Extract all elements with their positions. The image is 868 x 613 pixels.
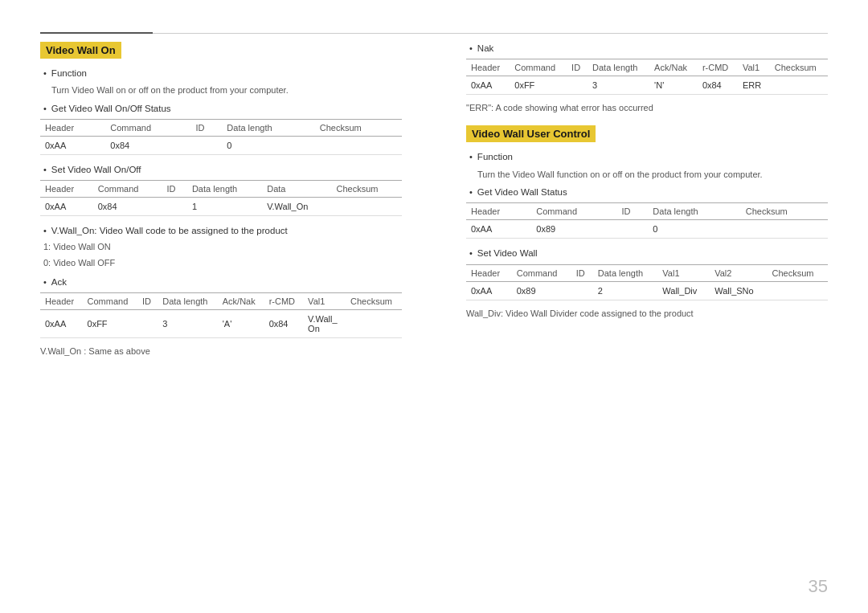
set-bullet: • Set Video Wall On/Off <box>43 163 402 177</box>
th-checksum2: Checksum <box>332 181 402 198</box>
th-command2: Command <box>93 181 162 198</box>
bullet-dot-r2: • <box>469 152 473 161</box>
table-get-header-row: Header Command ID Data length Checksum <box>40 120 402 137</box>
two-column-layout: Video Wall On • Function Turn Video Wall… <box>40 42 828 581</box>
th-ack-nak-r1: Ack/Nak <box>649 59 698 76</box>
function-bullet: • Function <box>43 67 402 80</box>
th-command-r2: Command <box>531 203 616 220</box>
table-set-header-row: Header Command ID Data length Data Check… <box>40 181 402 198</box>
bullet-dot-r4: • <box>469 248 473 258</box>
td-header-r1: 0xAA <box>466 76 510 95</box>
vwall-note: V.Wall_On: Video Wall code to be assigne… <box>51 224 288 238</box>
left-section-title: Video Wall On <box>40 42 121 59</box>
function-label: Function <box>51 67 87 80</box>
td-checksum3 <box>346 309 402 337</box>
th-header3: Header <box>40 292 83 309</box>
ack-bullet: • Ack <box>43 276 402 289</box>
table-nak-header-row: Header Command ID Data length Ack/Nak r-… <box>466 59 828 76</box>
table-get-r: Header Command ID Data length Checksum 0… <box>466 202 828 239</box>
th-r-cmd: r-CMD <box>264 292 303 309</box>
th-id2: ID <box>162 181 186 198</box>
table-ack: Header Command ID Data length Ack/Nak r-… <box>40 292 402 338</box>
td-r-cmd: 0x84 <box>264 309 303 337</box>
th-header: Header <box>40 120 105 137</box>
th-command-r1: Command <box>510 59 567 76</box>
table-get-header-row-r: Header Command ID Data length Checksum <box>466 203 828 220</box>
td-val1-r2: Wall_Div <box>657 281 710 300</box>
video-wall-on-note: 1: Video Wall ON <box>43 242 402 251</box>
th-val1: Val1 <box>303 292 346 309</box>
table-get: Header Command ID Data length Checksum 0… <box>40 119 402 155</box>
table-row: 0xAA 0x84 0 <box>40 137 402 155</box>
get-status-bullet-r: • Get Video Wall Status <box>469 186 828 199</box>
th-data-length-r1: Data length <box>588 59 649 76</box>
td-command-r3: 0x89 <box>512 281 571 300</box>
td-command: 0x84 <box>105 137 190 155</box>
table-row: 0xAA 0x89 2 Wall_Div Wall_SNo <box>466 281 828 300</box>
get-status-label: Get Video Wall On/Off Status <box>51 102 171 116</box>
th-ack-nak: Ack/Nak <box>218 292 264 309</box>
td-ack-nak-r1: 'N' <box>649 76 698 95</box>
right-section-title: Video Wall User Control <box>466 125 596 142</box>
td-checksum2 <box>332 198 402 216</box>
set-bullet-r: • Set Video Wall <box>469 247 828 260</box>
th-command-r3: Command <box>512 264 571 281</box>
td-val2-r: Wall_SNo <box>710 281 767 300</box>
td-val1-r1: ERR <box>738 76 770 95</box>
th-id-r2: ID <box>616 203 648 220</box>
td-command-r2: 0x89 <box>531 220 616 239</box>
th-r-cmd-r1: r-CMD <box>698 59 738 76</box>
table-set-r: Header Command ID Data length Val1 Val2 … <box>466 264 828 300</box>
page-number: 35 <box>809 576 828 597</box>
bullet-dot-5: • <box>43 277 47 287</box>
ack-label: Ack <box>51 276 67 289</box>
top-lines <box>40 32 828 34</box>
bullet-dot-r3: • <box>469 187 473 197</box>
td-header-r2: 0xAA <box>466 220 531 239</box>
td-data-length3: 3 <box>158 309 218 337</box>
table-set-header-row-r: Header Command ID Data length Val1 Val2 … <box>466 264 828 281</box>
th-header-r1: Header <box>466 59 510 76</box>
td-header3: 0xAA <box>40 309 83 337</box>
vwall-same-note: V.Wall_On : Same as above <box>40 346 402 356</box>
th-data-length2: Data length <box>187 181 262 198</box>
td-id <box>190 137 222 155</box>
table-nak-section: Header Command ID Data length Ack/Nak r-… <box>466 59 828 95</box>
table-row: 0xAA 0xFF 3 'N' 0x84 ERR <box>466 76 828 95</box>
td-header2: 0xAA <box>40 198 93 216</box>
err-note: "ERR": A code showing what error has occ… <box>466 103 828 112</box>
td-command-r1: 0xFF <box>510 76 567 95</box>
th-data-length3: Data length <box>158 292 218 309</box>
table-set-section: Header Command ID Data length Data Check… <box>40 180 402 216</box>
table-set: Header Command ID Data length Data Check… <box>40 180 402 216</box>
th-id-r3: ID <box>571 264 593 281</box>
th-data-length-r3: Data length <box>593 264 658 281</box>
page-container: Video Wall On • Function Turn Video Wall… <box>0 0 868 613</box>
td-data-length-r1: 3 <box>588 76 649 95</box>
th-data-length-r2: Data length <box>648 203 740 220</box>
bullet-dot: • <box>43 68 47 78</box>
set-label: Set Video Wall On/Off <box>51 163 141 177</box>
th-id-r1: ID <box>567 59 588 76</box>
table-get-section-r: Header Command ID Data length Checksum 0… <box>466 202 828 239</box>
td-command3: 0xFF <box>83 309 138 337</box>
td-header: 0xAA <box>40 137 105 155</box>
th-header-r2: Header <box>466 203 531 220</box>
td-checksum-r3 <box>768 281 828 300</box>
nak-bullet: • Nak <box>469 42 828 55</box>
table-row: 0xAA 0x89 0 <box>466 220 828 239</box>
th-data-length: Data length <box>222 120 314 137</box>
th-id3: ID <box>137 292 158 309</box>
td-data-length: 0 <box>222 137 314 155</box>
right-column: • Nak Header Command ID Data length Ack/… <box>450 42 828 581</box>
top-line-short <box>40 32 153 34</box>
bullet-dot-r1: • <box>469 43 473 53</box>
td-header-r3: 0xAA <box>466 281 512 300</box>
td-command2: 0x84 <box>93 198 162 216</box>
td-id-r2 <box>616 220 648 239</box>
td-data-length2: 1 <box>187 198 262 216</box>
th-header2: Header <box>40 181 93 198</box>
th-checksum-r2: Checksum <box>741 203 828 220</box>
td-val1: V.Wall_On <box>303 309 346 337</box>
td-r-cmd-r1: 0x84 <box>698 76 738 95</box>
